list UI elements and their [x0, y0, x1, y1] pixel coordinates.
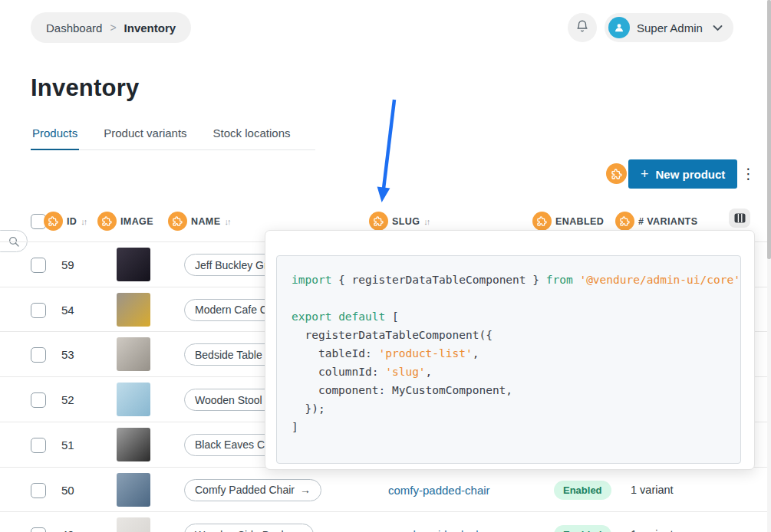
extension-point-badge: [44, 212, 63, 231]
extension-point-badge: [532, 212, 552, 231]
enabled-badge: Enabled: [554, 525, 611, 532]
chevron-right-icon: >: [110, 21, 116, 34]
code-snippet-popup: import { registerDataTableComponent } fr…: [265, 230, 755, 470]
more-actions-button[interactable]: ⋮: [741, 164, 756, 184]
table-row: 49Wooden Side Desk→wooden-side-deskEnabl…: [0, 511, 771, 532]
cell-id: 51: [61, 438, 74, 452]
cell-id: 52: [61, 393, 74, 406]
breadcrumb: Dashboard > Inventory: [31, 12, 191, 43]
scrollbar-thumb[interactable]: [767, 0, 771, 259]
scrollbar-track: [767, 0, 771, 532]
code-line: import { registerDataTableComponent } fr…: [292, 271, 740, 289]
column-label: NAME: [191, 216, 220, 227]
row-checkbox[interactable]: [31, 483, 46, 498]
code-line: [292, 289, 740, 307]
row-checkbox[interactable]: [31, 392, 46, 408]
tab-products[interactable]: Products: [31, 126, 79, 150]
product-thumbnail: [117, 383, 150, 416]
column-label: ENABLED: [555, 216, 604, 227]
code-line: ]: [292, 418, 740, 436]
code-line: registerDataTableComponent({: [292, 326, 740, 344]
code-line: });: [292, 399, 740, 418]
arrow-right-icon: →: [292, 529, 303, 532]
product-name: Bedside Table: [195, 349, 262, 361]
product-thumbnail: [117, 337, 150, 371]
code-block: import { registerDataTableComponent } fr…: [276, 255, 741, 464]
new-product-button[interactable]: + New product: [628, 159, 737, 189]
plus-icon: +: [641, 166, 649, 182]
chevron-down-icon: [713, 21, 723, 34]
row-checkbox[interactable]: [31, 303, 46, 318]
notifications-button[interactable]: [568, 13, 597, 42]
new-product-label: New product: [656, 168, 726, 181]
tab-product-variants[interactable]: Product variants: [102, 126, 188, 149]
cell-id: 50: [61, 484, 74, 497]
column-header-variants: # VARIANTS: [615, 212, 697, 231]
breadcrumb-dashboard[interactable]: Dashboard: [46, 21, 102, 34]
column-header-id[interactable]: ID↓↑: [44, 212, 86, 231]
product-name-link[interactable]: Wooden Side Desk→: [184, 524, 314, 532]
extension-point-badge: [97, 212, 117, 231]
cell-variants: 1 variant: [631, 528, 674, 532]
product-thumbnail: [117, 517, 150, 532]
code-line: export default [: [292, 307, 740, 326]
extension-point-badge: [615, 212, 634, 231]
puzzle-icon: [536, 215, 548, 227]
tab-stock-locations[interactable]: Stock locations: [212, 126, 292, 149]
product-thumbnail: [117, 473, 150, 507]
page-title: Inventory: [31, 74, 139, 102]
arrow-right-icon: →: [300, 484, 311, 496]
row-checkbox[interactable]: [31, 347, 46, 363]
puzzle-icon: [48, 215, 59, 227]
extension-point-badge: [606, 163, 627, 184]
extension-point-badge: [168, 212, 187, 231]
product-name: Wooden Side Desk: [195, 529, 287, 532]
avatar: [608, 17, 630, 38]
vendure-admin-window: Dashboard > Inventory Super Admin Invent…: [0, 0, 771, 532]
puzzle-icon: [373, 215, 384, 227]
column-visibility-button[interactable]: [729, 209, 750, 228]
product-thumbnail: [117, 428, 150, 461]
cell-id: 54: [61, 304, 74, 317]
sort-icon[interactable]: ↓↑: [81, 217, 86, 226]
enabled-badge: Enabled: [554, 481, 611, 500]
product-thumbnail: [117, 293, 150, 327]
cell-id: 49: [61, 528, 74, 532]
table-row: 50Comfy Padded Chair→comfy-padded-chairE…: [0, 467, 771, 513]
column-label: # VARIANTS: [638, 216, 697, 227]
sort-icon[interactable]: ↓↑: [423, 217, 429, 226]
code-line: component: MyCustomComponent,: [292, 381, 740, 399]
row-checkbox[interactable]: [31, 438, 46, 453]
column-label: IMAGE: [120, 216, 153, 227]
puzzle-icon: [101, 215, 113, 227]
product-name: Wooden Stool: [195, 394, 262, 406]
cell-id: 53: [61, 348, 74, 361]
puzzle-icon: [619, 215, 631, 227]
user-menu[interactable]: Super Admin: [605, 13, 733, 42]
puzzle-icon: [172, 215, 183, 227]
column-header-name[interactable]: NAME↓↑: [168, 212, 229, 231]
cell-slug[interactable]: wooden-side-desk: [388, 528, 482, 532]
column-header-enabled: ENABLED: [532, 212, 604, 231]
column-label: ID: [67, 216, 77, 227]
sort-icon[interactable]: ↓↑: [224, 217, 229, 226]
cell-variants: 1 variant: [631, 484, 674, 496]
breadcrumb-inventory[interactable]: Inventory: [124, 21, 176, 34]
user-name: Super Admin: [637, 21, 703, 34]
bell-icon: [575, 19, 589, 36]
tab-bar: Products Product variants Stock location…: [31, 126, 315, 150]
product-name-link[interactable]: Comfy Padded Chair→: [184, 479, 321, 501]
row-checkbox[interactable]: [31, 258, 46, 273]
code-line: tableId: 'product-list',: [292, 344, 740, 363]
extension-point-badge: [369, 212, 388, 231]
column-header-slug[interactable]: SLUG↓↑: [369, 212, 429, 231]
columns-icon: [734, 213, 746, 223]
product-thumbnail: [117, 248, 150, 281]
column-label: SLUG: [392, 216, 420, 227]
code-line: columnId: 'slug',: [292, 363, 740, 381]
product-name: Comfy Padded Chair: [195, 484, 295, 496]
column-header-image: IMAGE: [97, 212, 153, 231]
row-checkbox[interactable]: [31, 527, 46, 532]
cell-slug[interactable]: comfy-padded-chair: [388, 484, 490, 497]
cell-id: 59: [61, 258, 74, 271]
